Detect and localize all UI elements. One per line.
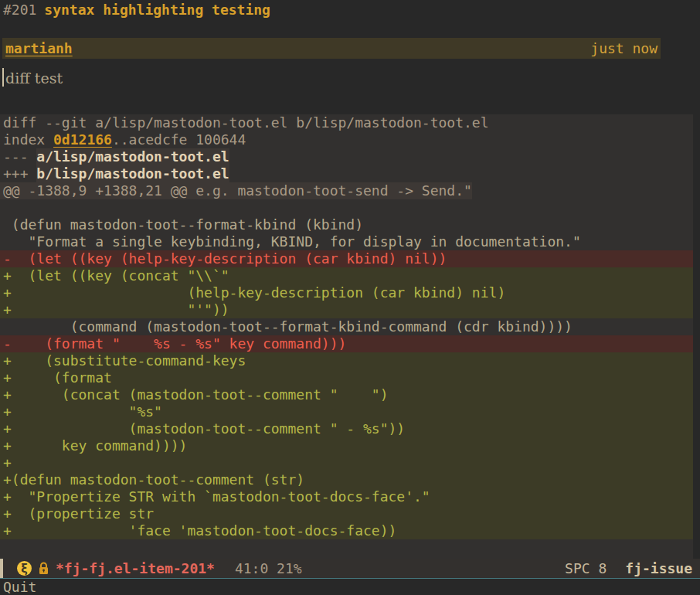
issue-title-text: syntax highlighting testing — [44, 2, 270, 18]
emacs-frame: #201syntax highlighting testing martianh… — [0, 0, 700, 595]
diff-segment-meta: index — [3, 131, 53, 148]
diff-line-added: + key command)))) — [0, 437, 693, 454]
modeline-bar — [0, 559, 3, 578]
diff-segment-meta: +++ — [3, 165, 36, 182]
echo-area: Quit — [0, 579, 700, 595]
issue-number: #201 — [3, 2, 36, 18]
echo-message: Quit — [3, 579, 36, 595]
cursor-position-indicator: 41:0 21% — [235, 560, 302, 577]
diff-line-context — [0, 199, 693, 216]
major-mode-name: fj-issue — [625, 560, 692, 577]
diff-line-context — [0, 539, 693, 556]
comment-author-link[interactable]: martianh — [5, 40, 73, 57]
comment-timestamp: just now — [590, 40, 658, 57]
diff-line-meta: diff --git a/lisp/mastodon-toot.el b/lis… — [0, 114, 693, 131]
diff-line-added: + (concat (mastodon-toot--comment " ") — [0, 386, 693, 403]
diff-line-added: + (format — [0, 369, 693, 386]
diff-line-meta: +++ b/lisp/mastodon-toot.el — [0, 165, 693, 182]
diff-line-meta: --- a/lisp/mastodon-toot.el — [0, 148, 693, 165]
diff-line-context: "Format a single keybinding, KBIND, for … — [0, 233, 693, 250]
diff-segment-hunkbox: @@ -1388,9 +1388,21 @@ e.g. mastodon-too… — [0, 182, 472, 199]
diff-line-added: + (propertize str — [0, 505, 693, 522]
diff-line-added: +(defun mastodon-toot--comment (str) — [0, 471, 693, 488]
diff-line-meta: index 0d12166..acedcfe 100644 — [0, 131, 693, 148]
diff-line-context: (command (mastodon-toot--format-kbind-co… — [0, 318, 693, 335]
diff-line-added: + (help-key-description (car kbind) nil) — [0, 284, 693, 301]
prefix-key-indicator: SPC 8 — [565, 560, 607, 577]
lock-icon — [38, 562, 49, 575]
diff-line-added: + (mastodon-toot--comment " - %s")) — [0, 420, 693, 437]
diff-line-added: + (let ((key (concat "\\`" — [0, 267, 693, 284]
diff-view: diff --git a/lisp/mastodon-toot.el b/lis… — [0, 114, 693, 573]
comment-body-text: diff test — [5, 70, 63, 87]
buffer-name: *fj-fj.el-item-201* — [56, 560, 215, 577]
diff-line-added: + (substitute-command-keys — [0, 352, 693, 369]
diff-line-added: + — [0, 454, 693, 471]
diff-line-hunk: @@ -1388,9 +1388,21 @@ e.g. mastodon-too… — [0, 182, 693, 199]
diff-line-added: + "'")) — [0, 301, 693, 318]
diff-segment-filename: b/lisp/mastodon-toot.el — [36, 165, 229, 182]
diff-segment-hash[interactable]: 0d12166 — [53, 131, 112, 148]
comment-body: diff test — [2, 68, 63, 88]
diff-line-added: + 'face 'mastodon-toot-docs-face)) — [0, 522, 693, 539]
diff-line-removed: - (format " %s - %s" key command))) — [0, 335, 693, 352]
text-cursor — [2, 68, 4, 87]
diff-line-context: (defun mastodon-toot--format-kbind (kbin… — [0, 216, 693, 233]
diff-segment-meta: ..acedcfe 100644 — [112, 131, 246, 148]
issue-title: #201syntax highlighting testing — [3, 2, 270, 19]
diff-segment-meta: --- — [3, 148, 36, 165]
diff-line-added: + "Propertize STR with `mastodon-toot-do… — [0, 488, 693, 505]
comment-header-row[interactable]: martianh just now — [2, 38, 661, 59]
diff-segment-filename: a/lisp/mastodon-toot.el — [36, 148, 229, 165]
diff-line-added: + "%s" — [0, 403, 693, 420]
diff-line-removed: - (let ((key (help-key-description (car … — [0, 250, 693, 267]
elisp-mode-icon: ξ — [17, 561, 32, 576]
modeline: ξ *fj-fj.el-item-201* 41:0 21% SPC 8 fj-… — [0, 559, 700, 579]
